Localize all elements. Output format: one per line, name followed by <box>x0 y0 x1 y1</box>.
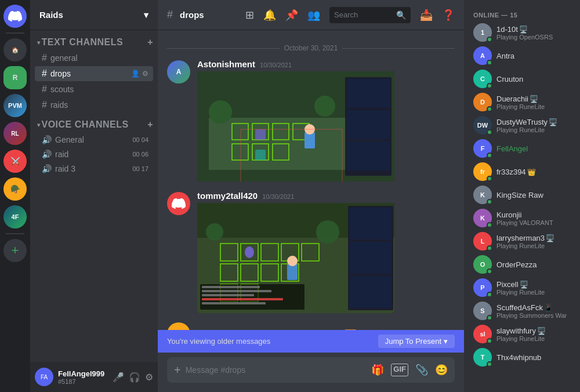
members-icon[interactable]: 👥 <box>307 9 320 21</box>
avatar-partial: fr <box>167 322 190 330</box>
icon-bar: 🏠 R PVM RL ⚔️ 🪖 4F + <box>0 0 30 392</box>
hash-icon-drops: # <box>42 68 47 79</box>
server-name[interactable]: Raids ▾ <box>30 0 158 30</box>
screenshot-1[interactable] <box>197 71 394 182</box>
member-activity: Playing RuneLite <box>496 126 571 133</box>
add-server-button[interactable]: + <box>3 239 27 262</box>
member-info: Pixcell🖥️ Playing RuneLite <box>496 280 571 296</box>
message-tommy: tommy2tall420 10/30/2021 <box>158 188 464 315</box>
svg-rect-19 <box>255 150 266 160</box>
discord-logo[interactable] <box>3 5 27 28</box>
add-voice-channel-icon[interactable]: + <box>147 119 153 130</box>
svg-rect-15 <box>347 141 390 170</box>
server-icon-4[interactable]: 🪖 <box>3 177 27 201</box>
member-badge: 🖥️ <box>519 26 528 34</box>
avatar-astonishment: A <box>167 60 190 84</box>
member-info: Antra <box>496 52 571 60</box>
svg-point-37 <box>245 246 254 258</box>
channel-scouts[interactable]: # scouts <box>35 82 153 97</box>
svg-point-16 <box>209 100 232 124</box>
settings-icon: ⚙ <box>142 70 148 78</box>
member-item[interactable]: DW DustyWeTrusty🖥️ Playing RuneLite <box>469 114 575 137</box>
member-item[interactable]: S ScuffedAsFck📱 Playing Summoners War <box>469 299 575 322</box>
headphone-button[interactable]: 🎧 <box>129 372 140 383</box>
gift-icon[interactable]: 🎁 <box>371 364 384 376</box>
avatar-tommy <box>167 192 190 215</box>
server-icon-raids[interactable]: R <box>3 66 27 89</box>
member-avatar: D <box>473 93 492 111</box>
member-name: larrysherman3🖥️ <box>496 234 571 242</box>
member-item[interactable]: fr fr33z394👑 <box>469 160 575 183</box>
member-item[interactable]: O OrderPezza <box>469 253 575 276</box>
server-icon-pvm[interactable]: PVM <box>3 94 27 117</box>
pin-icon[interactable]: 📌 <box>285 9 298 21</box>
attach-icon[interactable]: 📎 <box>415 364 428 376</box>
help-icon[interactable]: ❓ <box>442 9 455 21</box>
channel-general[interactable]: # general <box>35 50 153 66</box>
member-item[interactable]: 1 1d-10t🖥️ Playing OpenOSRS <box>469 21 575 44</box>
gif-button[interactable]: GIF <box>391 364 408 376</box>
member-name: slaywithfury🖥️ <box>496 326 571 335</box>
user-icon: 👤 <box>131 70 140 78</box>
message-input[interactable] <box>186 365 367 375</box>
members-section-header: ONLINE — 15 <box>469 7 575 21</box>
member-item[interactable]: L larrysherman3🖥️ Playing RuneLite <box>469 230 575 253</box>
add-attachment-button[interactable]: + <box>174 364 181 377</box>
member-activity: Playing Summoners War <box>496 312 571 319</box>
member-activity: Playing OpenOSRS <box>496 34 571 41</box>
channel-raids[interactable]: # raids <box>35 97 153 112</box>
channel-drops[interactable]: # drops 👤 ⚙ <box>35 66 153 81</box>
user-avatar: FA <box>35 368 53 386</box>
voice-raid3[interactable]: 🔊 raid 3 00 17 <box>35 162 153 176</box>
screenshot-2[interactable] <box>197 203 394 313</box>
bell-icon[interactable]: 🔔 <box>263 9 276 21</box>
member-item[interactable]: A Antra <box>469 44 575 67</box>
channel-title: drops <box>180 10 238 20</box>
jump-to-present-button[interactable]: Jump To Present ▾ <box>378 335 455 348</box>
inbox-icon[interactable]: 📥 <box>420 9 433 21</box>
member-name: Duerachii🖥️ <box>496 95 571 103</box>
text-channels-header[interactable]: ▾ TEXT CHANNELS + <box>30 35 158 50</box>
settings-button[interactable]: ⚙ <box>145 372 153 383</box>
voice-channels-header[interactable]: ▾ VOICE CHANNELS + <box>30 117 158 132</box>
message-astonishment: A Astonishment 10/30/2021 <box>158 57 464 184</box>
member-item[interactable]: K Kuronjii Playing VALORANT <box>469 206 575 230</box>
member-item[interactable]: P Pixcell🖥️ Playing RuneLite <box>469 276 575 299</box>
server-icon-raid[interactable]: RL <box>3 122 27 145</box>
member-item[interactable]: T Thx4whipnub <box>469 346 575 369</box>
status-dot <box>487 176 492 182</box>
search-bar[interactable]: 🔍 <box>329 7 411 23</box>
chevron-right-icon: ▾ <box>37 39 41 46</box>
server-icon-3[interactable]: ⚔️ <box>3 150 27 173</box>
member-item[interactable]: F FellAngel <box>469 137 575 160</box>
mic-button[interactable]: 🎤 <box>113 372 124 383</box>
older-messages-text: You're viewing older messages <box>167 337 270 346</box>
add-channel-icon[interactable]: + <box>147 37 153 48</box>
member-activity: Playing VALORANT <box>496 219 571 226</box>
member-item[interactable]: D Duerachii🖥️ Playing RuneLite <box>469 90 575 114</box>
date-label: October 30, 2021 <box>284 44 338 52</box>
voice-raid[interactable]: 🔊 raid 00 06 <box>35 147 153 161</box>
member-badge: 🖥️ <box>549 118 557 126</box>
member-name: KingSize Raw <box>496 191 571 199</box>
hashtag-icon[interactable]: ⊞ <box>245 9 254 21</box>
member-item[interactable]: C Cruuton <box>469 67 575 90</box>
status-dot <box>487 37 492 42</box>
status-dot <box>487 153 492 158</box>
emoji-icon[interactable]: 😊 <box>435 364 448 376</box>
server-icon-5[interactable]: 4F <box>3 205 27 228</box>
message-content-1: Astonishment 10/30/2021 <box>197 59 455 182</box>
member-item[interactable]: sl slaywithfury🖥️ Playing RuneLite <box>469 322 575 346</box>
svg-rect-41 <box>350 276 392 308</box>
speaker-icon: 🔊 <box>42 135 52 144</box>
member-avatar: S <box>473 302 492 320</box>
search-icon: 🔍 <box>396 10 406 20</box>
chevron-down-icon: ▾ <box>37 122 41 128</box>
server-icon-1[interactable]: 🏠 <box>3 38 27 61</box>
member-name: Cruuton <box>496 75 571 84</box>
member-info: DustyWeTrusty🖥️ Playing RuneLite <box>496 118 571 133</box>
search-input[interactable] <box>334 10 393 19</box>
member-item[interactable]: K KingSize Raw <box>469 183 575 206</box>
svg-rect-13 <box>347 79 390 108</box>
voice-general[interactable]: 🔊 General 00 04 <box>35 133 153 147</box>
